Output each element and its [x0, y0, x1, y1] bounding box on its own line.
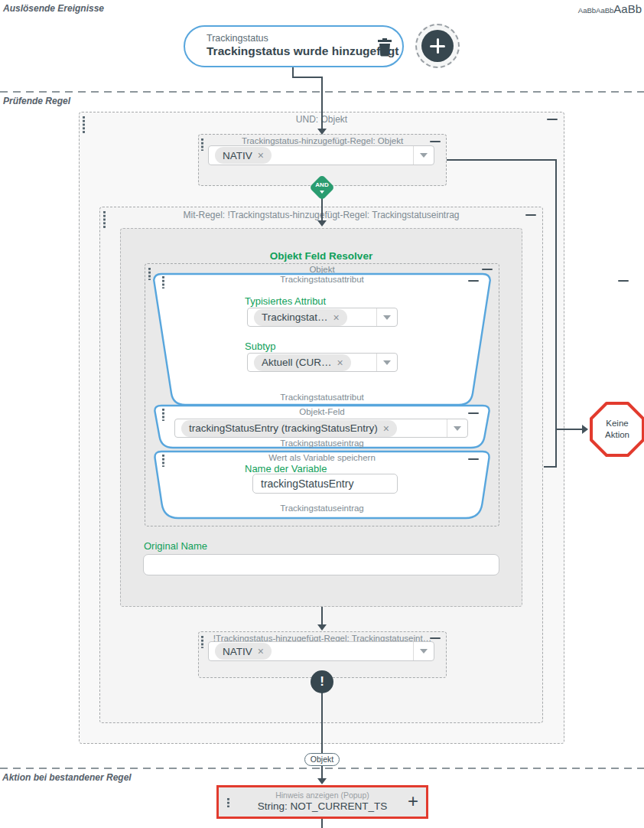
plus-icon [421, 30, 454, 62]
add-trigger-button[interactable] [415, 24, 460, 68]
action-box-subtitle: Hinweis anzeigen (Popup) [219, 791, 426, 800]
trap-trackingstatusattribut: Trackingstatusattribut Typisiertes Attri… [150, 272, 494, 407]
chevron-down-icon [383, 315, 391, 320]
trap-feld-footer: Trackingstatuseintrag [150, 438, 494, 448]
arrow-down-icon [317, 624, 327, 631]
trigger-node[interactable]: Trackingstatus Trackingstatus wurde hinz… [184, 25, 404, 67]
and-badge-label: AND [309, 181, 335, 188]
trigger-title: Trackingstatus wurde hinzugefügt [207, 44, 398, 58]
action-box[interactable]: Hinweis anzeigen (Popup) String: NOT_CUR… [216, 785, 428, 819]
var-name-label: Name der Variable [245, 463, 327, 474]
section-label-trigger: Auslösende Ereignisse [3, 3, 104, 14]
connector-line [555, 429, 583, 430]
rule-box-1-select[interactable]: NATIV× [208, 145, 434, 165]
connector-line [321, 693, 323, 754]
rule-box-2-chip[interactable]: NATIV× [215, 643, 272, 660]
trap-var-footer: Trackingstatuseintrag [150, 504, 494, 513]
trap-attribut-title: Trackingstatusattribut [150, 275, 494, 284]
trap-wert-variable: Wert als Variable speichern Name der Var… [150, 450, 494, 520]
var-name-input[interactable] [252, 474, 398, 494]
and-badge[interactable]: AND [309, 174, 335, 200]
connector-line [544, 466, 557, 468]
objekt-feld-dropdown-button[interactable] [447, 419, 467, 437]
action-box-title: String: NOT_CURRENT_TS [219, 800, 426, 812]
keine-aktion-line1: Keine [589, 418, 644, 429]
arrow-down-icon [317, 220, 327, 227]
typed-attr-select[interactable]: Trackingstat…× [247, 308, 398, 327]
arrow-right-icon [582, 425, 588, 434]
font-samples: AaBbAaBbAaBb [578, 2, 642, 16]
connector-line [321, 819, 323, 828]
trap-attribut-footer: Trackingstatusattribut [150, 393, 494, 402]
connector-line [292, 77, 323, 78]
connector-line [321, 77, 323, 130]
connector-line [321, 607, 323, 625]
resolver-title: Objekt Feld Resolver [120, 250, 522, 262]
keine-aktion-line2: Aktion [589, 429, 644, 441]
rule-box-2-dropdown-button[interactable] [413, 642, 434, 660]
remove-icon[interactable]: × [337, 357, 343, 369]
trap-attribut-collapse-button[interactable] [618, 280, 629, 282]
action-box-add-button[interactable]: + [408, 791, 418, 812]
connector-line [447, 159, 557, 161]
typed-attr-dropdown-button[interactable] [376, 308, 397, 326]
subtyp-label: Subtyp [245, 341, 275, 352]
chevron-down-icon [420, 649, 428, 654]
chevron-down-icon [454, 426, 461, 431]
font-sample-small-1: AaBb [578, 6, 596, 15]
original-name-input[interactable] [143, 554, 499, 575]
remove-icon[interactable]: × [258, 149, 264, 161]
chevron-down-icon [383, 360, 391, 365]
typed-attr-chip[interactable]: Trackingstat…× [254, 309, 347, 326]
section-label-action: Aktion bei bestandener Regel [2, 772, 132, 783]
remove-icon[interactable]: × [383, 422, 389, 435]
subtyp-chip[interactable]: Aktuell (CUR…× [254, 354, 351, 371]
rule-box-1-title: Trackingstatus-hinzugefügt-Regel: Objekt [198, 136, 447, 145]
subtyp-dropdown-button[interactable] [376, 354, 397, 371]
arrow-down-icon [317, 129, 327, 135]
chevron-down-icon [420, 153, 428, 158]
font-sample-small-2: AaBb [596, 6, 613, 15]
trigger-type-label: Trackingstatus [207, 33, 268, 44]
rule-box-1-dropdown-button[interactable] [413, 146, 434, 165]
objekt-pill: Objekt [304, 753, 340, 766]
original-name-label: Original Name [144, 540, 207, 552]
typed-attr-label: Typisiertes Attribut [245, 295, 326, 307]
arrow-down-icon [317, 778, 327, 784]
subtyp-select[interactable]: Aktuell (CUR…× [247, 353, 398, 372]
objekt-feld-chip[interactable]: trackingStatusEntry (trackingStatusEntry… [181, 420, 397, 437]
connector-line [321, 765, 323, 779]
and-caret-icon [320, 191, 324, 194]
trap-attribut-shape [150, 272, 494, 407]
section-label-rule: Prüfende Regel [3, 96, 70, 106]
trap-var-title: Wert als Variable speichern [150, 453, 494, 462]
trap-objekt-feld: Objekt-Feld trackingStatusEntry (trackin… [150, 404, 494, 450]
connector-line [555, 159, 557, 468]
not-badge[interactable]: ! [311, 670, 333, 693]
remove-icon[interactable]: × [333, 311, 340, 324]
keine-aktion-node: Keine Aktion [589, 401, 644, 458]
objekt-feld-select[interactable]: trackingStatusEntry (trackingStatusEntry… [174, 419, 468, 438]
remove-icon[interactable]: × [258, 645, 264, 657]
font-sample-large: AaBb [613, 2, 642, 15]
trap-feld-title: Objekt-Feld [150, 407, 494, 416]
trash-icon[interactable] [376, 37, 393, 57]
rule-box-1-chip[interactable]: NATIV× [215, 147, 272, 164]
rule-box-2-select[interactable]: NATIV× [208, 641, 434, 661]
